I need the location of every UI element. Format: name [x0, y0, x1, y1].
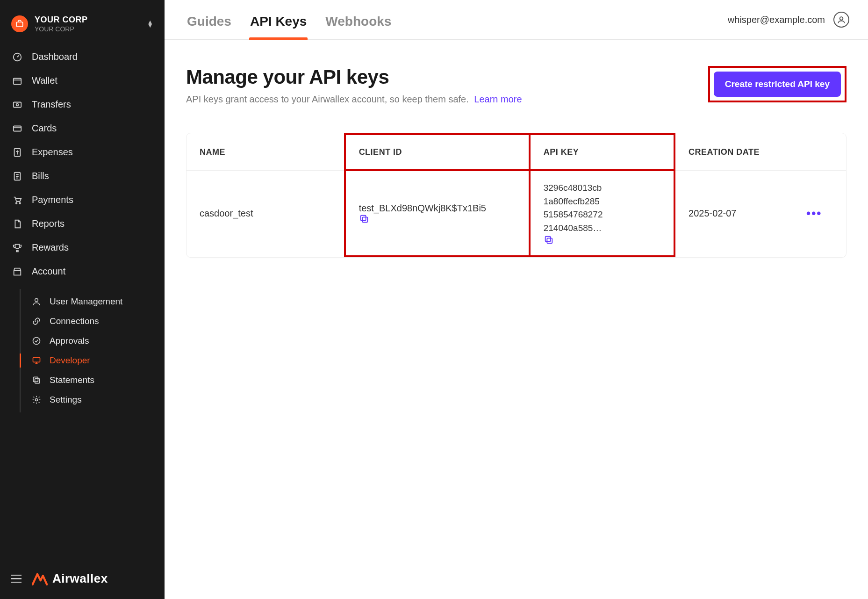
transfer-icon [11, 100, 23, 110]
briefcase-icon [11, 15, 28, 32]
col-header-name: NAME [187, 134, 345, 170]
svg-rect-17 [362, 217, 367, 222]
cell-api-key: 3296c48013cb 1a80ffecfb285 515854768272 … [544, 181, 660, 235]
svg-rect-2 [14, 78, 22, 84]
monitor-icon [31, 356, 42, 365]
card-icon [11, 123, 23, 134]
col-header-api-key: API KEY [530, 134, 674, 170]
learn-more-link[interactable]: Learn more [474, 94, 522, 104]
col-header-client-id: CLIENT ID [345, 134, 530, 170]
svg-rect-3 [14, 102, 22, 107]
sidebar-item-payments[interactable]: Payments [0, 188, 165, 212]
sidebar: YOUR CORP YOUR CORP ▲▼ Dashboard Wallet … [0, 0, 165, 599]
copy-icon [31, 375, 42, 385]
sidebar-item-label: Expenses [32, 147, 73, 158]
svg-point-4 [16, 104, 19, 106]
topbar: Guides API Keys Webhooks whisper@example… [165, 0, 868, 40]
store-icon [11, 267, 23, 277]
user-avatar-icon[interactable] [833, 12, 849, 28]
svg-rect-0 [16, 22, 23, 27]
page-title: Manage your API keys [186, 66, 522, 88]
gear-icon [31, 395, 42, 404]
svg-rect-18 [360, 215, 366, 220]
check-circle-icon [31, 336, 42, 346]
tab-label: Webhooks [325, 14, 391, 29]
org-subname: YOUR CORP [35, 25, 88, 33]
sidebar-item-transfers[interactable]: Transfers [0, 93, 165, 116]
user-email: whisper@example.com [728, 14, 825, 25]
tab-label: Guides [187, 14, 231, 29]
svg-rect-12 [33, 358, 40, 362]
svg-point-11 [33, 338, 40, 345]
api-keys-table: NAME CLIENT ID API KEY CREATION DATE cas… [186, 133, 846, 258]
sidebar-item-cards[interactable]: Cards [0, 116, 165, 140]
svg-rect-19 [547, 238, 552, 243]
subnav-user-management[interactable]: User Management [21, 292, 165, 311]
menu-toggle-icon[interactable] [11, 575, 22, 583]
sidebar-item-label: Account [32, 266, 65, 277]
col-header-date: CREATION DATE [674, 134, 793, 170]
api-key-line: 214040a585… [544, 222, 660, 235]
subnav-settings[interactable]: Settings [21, 390, 165, 410]
sidebar-item-rewards[interactable]: Rewards [0, 236, 165, 260]
subnav-statements[interactable]: Statements [21, 370, 165, 390]
tab-label: API Keys [250, 14, 307, 29]
sidebar-subnav: User Management Connections Approvals De… [20, 289, 165, 412]
copy-client-id-icon[interactable] [359, 214, 516, 224]
api-key-line: 1a80ffecfb285 [544, 195, 660, 209]
subnav-label: Developer [50, 355, 90, 366]
subnav-label: Statements [50, 375, 94, 385]
svg-point-8 [16, 202, 17, 204]
create-api-key-button[interactable]: Create restricted API key [714, 72, 841, 97]
tab-webhooks[interactable]: Webhooks [324, 8, 392, 39]
sidebar-item-wallet[interactable]: Wallet [0, 69, 165, 93]
sidebar-item-account[interactable]: Account [0, 260, 165, 283]
subnav-label: Settings [50, 395, 82, 405]
page-subtitle: API keys grant access to your Airwallex … [186, 94, 522, 105]
link-icon [31, 317, 42, 326]
trophy-icon [11, 243, 23, 253]
highlight-create-button: Create restricted API key [708, 66, 846, 102]
wallet-icon [11, 76, 23, 86]
sidebar-item-label: Transfers [32, 99, 71, 110]
svg-point-10 [35, 299, 38, 302]
subnav-developer[interactable]: Developer [21, 351, 165, 370]
svg-point-15 [36, 399, 38, 401]
svg-rect-13 [35, 379, 40, 383]
sidebar-item-label: Rewards [32, 242, 69, 253]
svg-rect-14 [33, 377, 38, 382]
chevron-up-down-icon: ▲▼ [147, 21, 153, 28]
subnav-label: Approvals [50, 336, 89, 346]
main: Guides API Keys Webhooks whisper@example… [165, 0, 868, 599]
gauge-icon [11, 52, 23, 62]
user-icon [31, 297, 42, 306]
svg-rect-5 [14, 126, 22, 131]
tab-api-keys[interactable]: API Keys [249, 8, 308, 39]
brand-name: Airwallex [52, 571, 108, 586]
tabs: Guides API Keys Webhooks [186, 8, 392, 39]
document-icon [11, 219, 23, 229]
tab-guides[interactable]: Guides [186, 8, 232, 39]
copy-api-key-icon[interactable] [544, 235, 660, 245]
sidebar-item-label: Bills [32, 171, 49, 181]
bill-icon [11, 171, 23, 181]
api-key-line: 515854768272 [544, 208, 660, 222]
org-switcher[interactable]: YOUR CORP YOUR CORP ▲▼ [0, 9, 165, 42]
subnav-approvals[interactable]: Approvals [21, 331, 165, 351]
api-key-line: 3296c48013cb [544, 181, 660, 195]
subnav-connections[interactable]: Connections [21, 311, 165, 331]
row-actions-menu-icon[interactable]: ••• [806, 206, 822, 220]
svg-point-9 [19, 202, 21, 204]
sidebar-item-label: Cards [32, 123, 57, 134]
receipt-icon [11, 147, 23, 158]
sidebar-item-expenses[interactable]: Expenses [0, 140, 165, 164]
sidebar-item-reports[interactable]: Reports [0, 212, 165, 236]
svg-point-16 [840, 17, 843, 20]
cell-creation-date: 2025-02-07 [674, 170, 793, 256]
subnav-label: Connections [50, 316, 99, 326]
org-name: YOUR CORP [35, 15, 88, 25]
table-row: casdoor_test test_BLXd98nQWkj8K$Tx1Bi5 [187, 170, 846, 256]
sidebar-item-label: Dashboard [32, 51, 78, 62]
sidebar-item-dashboard[interactable]: Dashboard [0, 45, 165, 69]
sidebar-item-bills[interactable]: Bills [0, 164, 165, 188]
